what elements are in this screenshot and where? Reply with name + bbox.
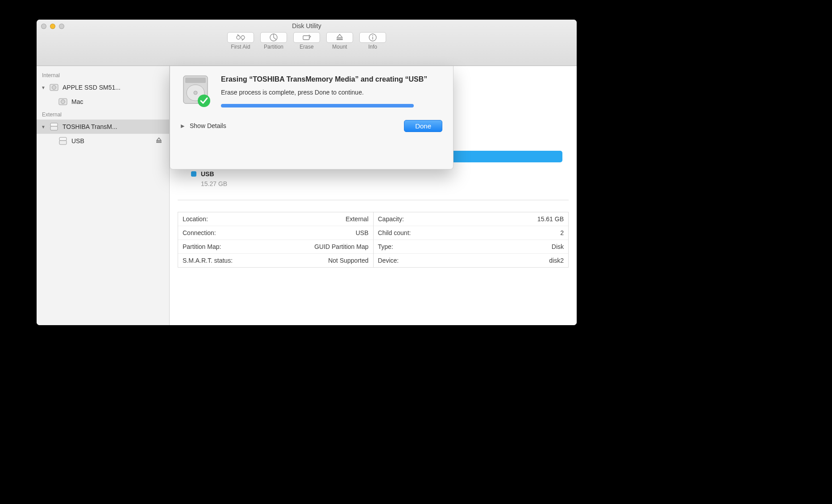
chevron-right-icon: ▶ xyxy=(181,123,184,129)
zoom-window-button[interactable] xyxy=(59,24,64,29)
sidebar-item-external-volume[interactable]: USB xyxy=(37,134,169,148)
svg-point-1 xyxy=(241,36,245,39)
svg-rect-6 xyxy=(372,37,373,40)
table-row: Child count:2 xyxy=(374,226,569,240)
details-table: Location:External Connection:USB Partiti… xyxy=(178,212,569,268)
sidebar-item-label: TOSHIBA TransM... xyxy=(62,123,117,130)
sidebar-item-internal-volume[interactable]: Mac xyxy=(37,95,169,109)
table-row: Partition Map:GUID Partition Map xyxy=(178,240,373,253)
first-aid-label: First Aid xyxy=(231,44,250,50)
external-disk-icon xyxy=(58,136,68,146)
disclosure-triangle-icon[interactable]: ▼ xyxy=(41,85,46,90)
sheet-message: Erase process is complete, press Done to… xyxy=(221,89,427,96)
eject-icon[interactable] xyxy=(156,137,162,145)
volume-name: USB xyxy=(201,170,214,178)
mount-label: Mount xyxy=(332,44,347,50)
svg-rect-14 xyxy=(59,137,67,140)
sheet-title: Erasing “TOSHIBA TransMemory Media” and … xyxy=(221,75,427,84)
table-row: S.M.A.R.T. status:Not Supported xyxy=(178,253,373,267)
divider xyxy=(178,200,569,200)
titlebar: Disk Utility First Aid Partition Erase xyxy=(37,20,577,66)
info-icon xyxy=(359,32,386,43)
volume-size: 15.27 GB xyxy=(170,178,577,187)
close-window-button[interactable] xyxy=(41,24,46,29)
svg-rect-12 xyxy=(50,123,58,126)
disk-success-icon xyxy=(181,75,212,106)
svg-rect-15 xyxy=(157,141,161,142)
sidebar-section-external: External xyxy=(37,109,169,120)
volume-color-swatch xyxy=(191,171,196,177)
progress-bar xyxy=(221,104,414,107)
erase-complete-sheet: Erasing “TOSHIBA TransMemory Media” and … xyxy=(170,66,453,169)
svg-rect-17 xyxy=(185,78,206,83)
toolbar: First Aid Partition Erase Mount xyxy=(37,32,577,50)
svg-point-19 xyxy=(194,91,197,95)
sidebar-item-external-disk[interactable]: ▼ TOSHIBA TransM... xyxy=(37,120,169,134)
sidebar-item-label: APPLE SSD SM51... xyxy=(62,84,121,91)
done-button[interactable]: Done xyxy=(404,120,442,132)
table-row: Connection:USB xyxy=(178,226,373,240)
partition-icon xyxy=(260,32,287,43)
sidebar-item-label: USB xyxy=(71,137,84,145)
table-row: Location:External xyxy=(178,212,373,226)
svg-point-0 xyxy=(237,36,240,39)
svg-rect-11 xyxy=(50,126,58,130)
sidebar-item-internal-disk[interactable]: ▼ APPLE SSD SM51... xyxy=(37,80,169,95)
svg-rect-3 xyxy=(303,36,309,40)
svg-point-8 xyxy=(52,86,56,90)
window-title: Disk Utility xyxy=(37,20,577,29)
table-row: Device:disk2 xyxy=(374,253,569,267)
svg-point-5 xyxy=(372,35,373,36)
sidebar-section-internal: Internal xyxy=(37,70,169,80)
external-disk-icon xyxy=(49,122,59,132)
sidebar-item-label: Mac xyxy=(71,98,83,105)
table-row: Capacity:15.61 GB xyxy=(374,212,569,226)
sidebar: Internal ▼ APPLE SSD SM51... Mac Externa… xyxy=(37,66,170,325)
partition-button[interactable]: Partition xyxy=(260,32,287,50)
disk-utility-window: Disk Utility First Aid Partition Erase xyxy=(37,20,577,325)
table-row: Type:Disk xyxy=(374,240,569,253)
first-aid-button[interactable]: First Aid xyxy=(227,32,254,50)
mount-icon xyxy=(326,32,353,43)
disclosure-triangle-icon[interactable]: ▼ xyxy=(41,124,46,129)
svg-point-10 xyxy=(61,100,65,104)
show-details-toggle[interactable]: ▶ Show Details xyxy=(181,122,226,129)
minimize-window-button[interactable] xyxy=(50,24,55,29)
info-label: Info xyxy=(368,44,377,50)
disk-icon xyxy=(49,83,59,92)
erase-icon xyxy=(293,32,320,43)
partition-label: Partition xyxy=(264,44,283,50)
show-details-label: Show Details xyxy=(190,122,226,129)
erase-button[interactable]: Erase xyxy=(293,32,320,50)
svg-point-20 xyxy=(198,95,210,107)
mount-button[interactable]: Mount xyxy=(326,32,353,50)
erase-label: Erase xyxy=(300,44,313,50)
info-button[interactable]: Info xyxy=(359,32,386,50)
disk-icon xyxy=(58,97,68,107)
svg-rect-13 xyxy=(59,140,67,145)
first-aid-icon xyxy=(227,32,254,43)
